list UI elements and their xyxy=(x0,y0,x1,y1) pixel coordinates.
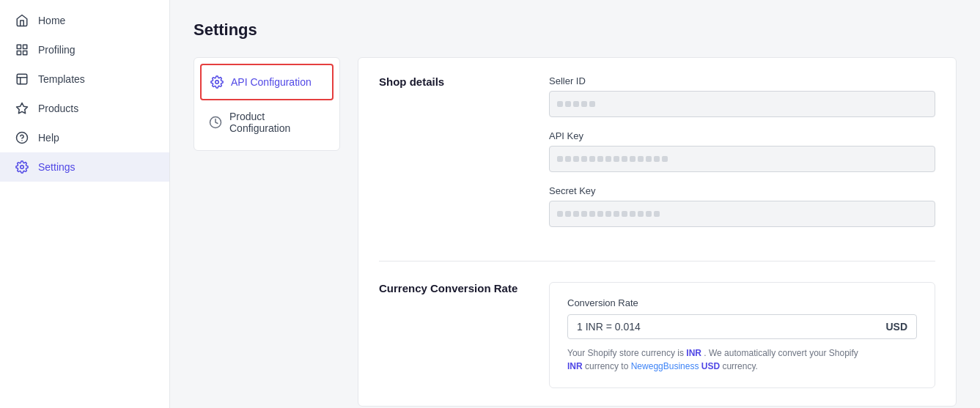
secret-key-label: Secret Key xyxy=(549,185,935,196)
sidebar-item-settings[interactable]: Settings xyxy=(0,152,169,182)
profiling-icon xyxy=(15,42,29,57)
settings-layout: API Configuration Product Configuration … xyxy=(194,57,957,407)
sidebar-item-products-label: Products xyxy=(38,103,78,114)
rate-value: 1 INR = 0.014 xyxy=(577,321,885,333)
currency-content: Conversion Rate 1 INR = 0.014 USD Your S… xyxy=(549,282,935,388)
svg-point-11 xyxy=(215,81,219,84)
home-icon xyxy=(15,13,29,28)
rate-currency: USD xyxy=(885,321,907,333)
help-icon xyxy=(15,130,29,145)
note-usd: USD xyxy=(701,361,720,371)
svg-rect-1 xyxy=(23,45,27,48)
sidebar-item-profiling[interactable]: Profiling xyxy=(0,35,169,64)
section-divider xyxy=(379,261,935,262)
note-middle: . We automatically convert your Shopify xyxy=(701,348,858,358)
config-item-api-label: API Configuration xyxy=(231,76,312,88)
api-key-label: API Key xyxy=(549,130,935,141)
note-suffix: currency to xyxy=(583,361,631,371)
svg-rect-3 xyxy=(23,51,27,55)
currency-section: Currency Conversion Rate Conversion Rate… xyxy=(379,282,935,388)
api-key-group: API Key xyxy=(549,130,935,172)
sidebar: Home Profiling Templates Products xyxy=(0,0,170,408)
seller-id-label: Seller ID xyxy=(549,75,935,86)
note-prefix: Your Shopify store currency is xyxy=(567,348,686,358)
sidebar-item-products[interactable]: Products xyxy=(0,94,169,123)
secret-key-group: Secret Key xyxy=(549,185,935,227)
shop-details-title: Shop details xyxy=(379,75,526,88)
seller-id-masked xyxy=(557,101,595,107)
conversion-rate-label: Conversion Rate xyxy=(567,297,917,308)
api-key-masked xyxy=(557,156,668,162)
sidebar-item-templates-label: Templates xyxy=(38,73,85,85)
currency-note: Your Shopify store currency is INR . We … xyxy=(567,346,917,373)
product-config-icon xyxy=(209,116,222,129)
sidebar-item-profiling-label: Profiling xyxy=(38,44,75,56)
sidebar-item-help-label: Help xyxy=(38,132,59,144)
api-key-input[interactable] xyxy=(549,146,935,172)
api-config-icon xyxy=(210,75,224,89)
sidebar-item-home-label: Home xyxy=(38,15,65,26)
sidebar-item-home[interactable]: Home xyxy=(0,6,169,35)
note-end: currency. xyxy=(720,361,758,371)
config-menu: API Configuration Product Configuration xyxy=(194,57,340,151)
config-item-product-label: Product Configuration xyxy=(229,111,325,134)
templates-icon xyxy=(15,72,29,86)
products-icon xyxy=(15,101,29,116)
config-item-api[interactable]: API Configuration xyxy=(200,64,334,100)
note-inr: INR xyxy=(686,348,701,358)
main-content: Settings API Configuration Product Confi xyxy=(170,0,980,408)
svg-point-10 xyxy=(21,166,24,169)
page-title: Settings xyxy=(194,21,957,40)
svg-rect-0 xyxy=(17,45,21,48)
settings-icon xyxy=(15,160,29,174)
seller-id-group: Seller ID xyxy=(549,75,935,117)
sidebar-item-templates[interactable]: Templates xyxy=(0,64,169,94)
config-item-product[interactable]: Product Configuration xyxy=(200,100,334,144)
sidebar-item-help[interactable]: Help xyxy=(0,123,169,152)
note-inr2: INR xyxy=(567,361,583,371)
shop-details-panel: Shop details Seller ID API Key xyxy=(358,57,957,407)
sidebar-item-settings-label: Settings xyxy=(38,161,75,173)
svg-marker-7 xyxy=(17,103,28,114)
seller-id-input[interactable] xyxy=(549,91,935,117)
rate-box: 1 INR = 0.014 USD xyxy=(567,314,917,339)
note-newegg: NeweggBusiness xyxy=(631,361,699,371)
svg-rect-2 xyxy=(17,51,21,55)
currency-section-title: Currency Conversion Rate xyxy=(379,282,526,294)
secret-key-input[interactable] xyxy=(549,201,935,227)
secret-key-masked xyxy=(557,211,660,217)
svg-rect-4 xyxy=(17,74,27,84)
